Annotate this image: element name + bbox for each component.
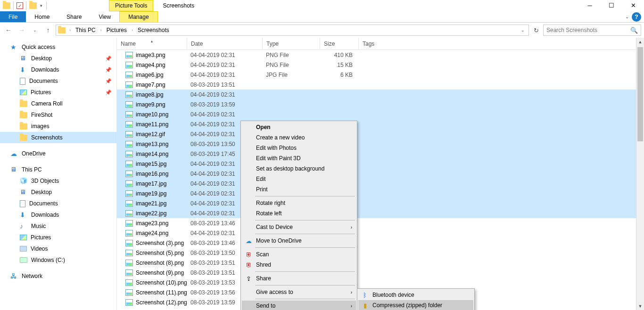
scrollbar-thumb[interactable]: [637, 47, 643, 141]
tab-view[interactable]: View: [90, 11, 119, 22]
ribbon-expand-icon[interactable]: ⌄: [622, 11, 632, 22]
sidebar-onedrive[interactable]: ☁OneDrive: [0, 148, 116, 159]
tab-share[interactable]: Share: [58, 11, 90, 22]
forward-button[interactable]: →: [16, 24, 27, 36]
breadcrumb-screenshots[interactable]: Screenshots: [137, 27, 170, 33]
sidebar-item-videos[interactable]: Videos: [0, 243, 116, 254]
menu-item-bluetooth[interactable]: ᛒBluetooth device: [358, 290, 473, 300]
vertical-scrollbar[interactable]: ▲ ▼: [636, 38, 644, 310]
folder-icon[interactable]: [3, 2, 10, 9]
address-bar[interactable]: › This PC › Pictures › Screenshots ⌄: [56, 24, 529, 36]
file-row[interactable]: Screenshot (5).png08-03-2019 13:50: [117, 248, 644, 258]
scroll-down-icon[interactable]: ▼: [636, 302, 644, 310]
menu-item-move-onedrive[interactable]: ☁Move to OneDrive: [242, 236, 356, 246]
menu-item-share[interactable]: ⇪Share: [242, 273, 356, 284]
sidebar-item-downloads[interactable]: ⬇Downloads📌: [0, 64, 116, 75]
file-row[interactable]: image23.png08-03-2019 13:46: [117, 218, 644, 228]
search-input[interactable]: Search Screenshots 🔍: [543, 24, 641, 36]
sidebar-item-windows-c[interactable]: Windows (C:): [0, 254, 116, 266]
sidebar-item-music[interactable]: ♪Music: [0, 220, 116, 232]
sidebar-item-screenshots[interactable]: Screenshots: [0, 132, 116, 143]
sidebar-item-desktop[interactable]: 🖥Desktop📌: [0, 53, 116, 64]
properties-icon[interactable]: ✓: [17, 2, 23, 9]
file-row[interactable]: image17.jpg04-04-2019 02:31: [117, 179, 644, 188]
file-row[interactable]: image15.jpg04-04-2019 02:31: [117, 159, 644, 169]
scroll-up-icon[interactable]: ▲: [636, 38, 644, 46]
column-header-type[interactable]: Type: [262, 38, 320, 49]
file-row[interactable]: image7.png08-03-2019 13:51: [117, 80, 644, 90]
file-list[interactable]: image3.png04-04-2019 02:31PNG File410 KB…: [117, 50, 644, 310]
new-folder-icon[interactable]: [29, 2, 37, 9]
up-button[interactable]: ↑: [42, 24, 54, 36]
menu-item-compressed-folder[interactable]: ▮Compressed (zipped) folder: [358, 300, 473, 310]
tab-manage[interactable]: Manage: [119, 11, 157, 22]
chevron-right-icon[interactable]: ›: [130, 28, 135, 33]
file-row[interactable]: Screenshot (9).png08-03-2019 13:51: [117, 268, 644, 277]
column-header-date[interactable]: Date: [187, 38, 262, 49]
chevron-right-icon[interactable]: ›: [67, 28, 73, 33]
file-row[interactable]: image11.png04-04-2019 02:31: [117, 119, 644, 129]
menu-item-edit[interactable]: Edit: [242, 174, 356, 184]
menu-item-create-video[interactable]: Create a new video: [242, 132, 356, 143]
menu-item-print[interactable]: Print: [242, 184, 356, 195]
column-header-name[interactable]: Name▲: [117, 41, 187, 47]
file-row[interactable]: image21.jpg04-04-2019 02:31: [117, 198, 644, 208]
file-row[interactable]: Screenshot (10).png08-03-2019 13:53: [117, 277, 644, 287]
chevron-right-icon[interactable]: ›: [99, 28, 104, 33]
menu-item-cast[interactable]: Cast to Device›: [242, 222, 356, 232]
sidebar-network[interactable]: 🖧Network: [0, 270, 116, 282]
sidebar-item-3d-objects[interactable]: 🧊3D Objects: [0, 175, 116, 187]
qat-dropdown-icon[interactable]: ▾: [39, 3, 43, 8]
breadcrumb-pictures[interactable]: Pictures: [106, 27, 128, 33]
file-row[interactable]: image6.jpg04-04-2019 02:31JPG File6 KB: [117, 70, 644, 80]
file-row[interactable]: image12.gif04-04-2019 02:31: [117, 129, 644, 139]
menu-item-open[interactable]: Open: [242, 122, 356, 132]
column-header-tags[interactable]: Tags: [358, 38, 397, 49]
file-row[interactable]: image14.png08-03-2019 17:45: [117, 149, 644, 159]
menu-item-give-access[interactable]: Give access to›: [242, 287, 356, 297]
refresh-button[interactable]: ↻: [531, 24, 541, 36]
sidebar-item-camera-roll[interactable]: Camera Roll: [0, 98, 116, 109]
sidebar-item-downloads-pc[interactable]: ⬇Downloads: [0, 209, 116, 220]
sidebar-item-images[interactable]: images: [0, 121, 116, 132]
column-header-size[interactable]: Size: [320, 38, 358, 49]
sidebar-item-desktop-pc[interactable]: 🖥Desktop: [0, 187, 116, 198]
back-button[interactable]: ←: [3, 24, 14, 36]
close-button[interactable]: ✕: [622, 0, 644, 11]
file-row[interactable]: Screenshot (3).png08-03-2019 13:46: [117, 238, 644, 248]
address-dropdown-icon[interactable]: ⌄: [519, 28, 527, 33]
sidebar-item-documents-pc[interactable]: Documents: [0, 198, 116, 209]
menu-item-set-background[interactable]: Set as desktop background: [242, 163, 356, 174]
maximize-button[interactable]: ☐: [601, 0, 622, 11]
file-row[interactable]: Screenshot (8).png08-03-2019 13:51: [117, 258, 644, 268]
menu-item-shred[interactable]: ⛨Shred: [242, 260, 356, 270]
breadcrumb-this-pc[interactable]: This PC: [74, 27, 97, 33]
menu-item-send-to[interactable]: Send to›: [242, 301, 356, 310]
tab-home[interactable]: Home: [26, 11, 58, 22]
file-row[interactable]: image4.png04-04-2019 02:31PNG File15 KB: [117, 60, 644, 70]
file-row[interactable]: image24.png04-04-2019 02:31: [117, 228, 644, 238]
tab-file[interactable]: File: [0, 11, 26, 22]
sidebar-item-documents[interactable]: Documents📌: [0, 75, 116, 87]
file-row[interactable]: image19.jpg04-04-2019 02:31: [117, 188, 644, 198]
file-row[interactable]: image9.png08-03-2019 13:59: [117, 99, 644, 109]
file-row[interactable]: image3.png04-04-2019 02:31PNG File410 KB: [117, 50, 644, 60]
file-row[interactable]: image10.png04-04-2019 02:31: [117, 109, 644, 119]
sidebar-quick-access[interactable]: ★Quick access: [0, 41, 116, 53]
file-row[interactable]: image16.png04-04-2019 02:31: [117, 169, 644, 179]
menu-item-edit-photos[interactable]: Edit with Photos: [242, 143, 356, 153]
file-row[interactable]: image8.jpg04-04-2019 02:31: [117, 90, 644, 99]
help-icon[interactable]: ?: [632, 12, 641, 22]
file-row[interactable]: image13.png08-03-2019 13:50: [117, 139, 644, 149]
menu-item-edit-paint3d[interactable]: Edit with Paint 3D: [242, 153, 356, 163]
sidebar-item-fireshot[interactable]: FireShot: [0, 109, 116, 121]
menu-item-rotate-left[interactable]: Rotate left: [242, 208, 356, 219]
recent-locations-icon[interactable]: ⌄: [29, 24, 41, 36]
sidebar-item-pictures-pc[interactable]: Pictures: [0, 232, 116, 243]
minimize-button[interactable]: ─: [579, 0, 601, 11]
menu-item-rotate-right[interactable]: Rotate right: [242, 198, 356, 208]
menu-item-scan[interactable]: ⛨Scan: [242, 249, 356, 260]
sidebar-this-pc[interactable]: 🖥This PC: [0, 164, 116, 175]
file-row[interactable]: image22.jpg04-04-2019 02:31: [117, 208, 644, 218]
sidebar-item-pictures[interactable]: Pictures📌: [0, 87, 116, 98]
